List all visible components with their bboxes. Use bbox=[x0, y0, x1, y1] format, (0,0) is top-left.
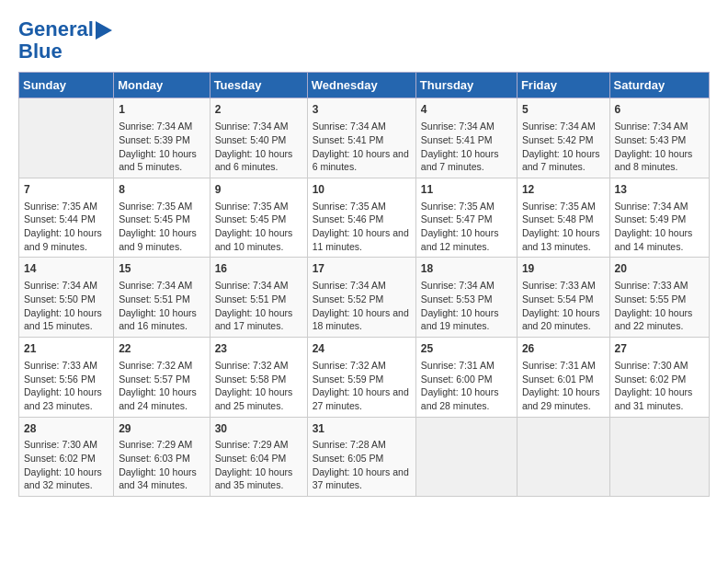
day-info: Sunrise: 7:32 AM Sunset: 5:58 PM Dayligh… bbox=[215, 359, 302, 413]
day-info: Sunrise: 7:35 AM Sunset: 5:44 PM Dayligh… bbox=[24, 200, 108, 254]
daylight-text: Daylight: 10 hours and 9 minutes. bbox=[119, 226, 204, 253]
calendar-cell: 22 Sunrise: 7:32 AM Sunset: 5:57 PM Dayl… bbox=[114, 338, 210, 418]
sunrise-text: Sunrise: 7:35 AM bbox=[522, 200, 605, 213]
calendar-cell bbox=[609, 417, 709, 497]
sunrise-text: Sunrise: 7:34 AM bbox=[24, 279, 108, 293]
calendar-cell: 3 Sunrise: 7:34 AM Sunset: 5:41 PM Dayli… bbox=[307, 98, 415, 178]
day-info: Sunrise: 7:35 AM Sunset: 5:45 PM Dayligh… bbox=[215, 200, 302, 254]
sunrise-text: Sunrise: 7:34 AM bbox=[421, 120, 512, 133]
daylight-text: Daylight: 10 hours and 11 minutes. bbox=[313, 226, 411, 253]
day-number: 22 bbox=[119, 341, 204, 357]
daylight-text: Daylight: 10 hours and 10 minutes. bbox=[215, 226, 302, 253]
sunrise-text: Sunrise: 7:33 AM bbox=[522, 279, 605, 293]
daylight-text: Daylight: 10 hours and 13 minutes. bbox=[522, 226, 605, 253]
day-info: Sunrise: 7:34 AM Sunset: 5:51 PM Dayligh… bbox=[215, 279, 302, 333]
sunset-text: Sunset: 6:00 PM bbox=[421, 373, 512, 386]
sunrise-text: Sunrise: 7:35 AM bbox=[215, 200, 302, 213]
day-number: 1 bbox=[119, 102, 204, 118]
sunset-text: Sunset: 5:46 PM bbox=[313, 213, 411, 226]
daylight-text: Daylight: 10 hours and 25 minutes. bbox=[215, 385, 302, 412]
daylight-text: Daylight: 10 hours and 31 minutes. bbox=[615, 385, 704, 412]
day-info: Sunrise: 7:34 AM Sunset: 5:50 PM Dayligh… bbox=[24, 279, 108, 333]
day-number: 5 bbox=[522, 102, 605, 118]
calendar-cell: 27 Sunrise: 7:30 AM Sunset: 6:02 PM Dayl… bbox=[609, 338, 709, 418]
day-info: Sunrise: 7:34 AM Sunset: 5:53 PM Dayligh… bbox=[421, 279, 512, 333]
sunset-text: Sunset: 6:01 PM bbox=[522, 373, 605, 386]
sunrise-text: Sunrise: 7:34 AM bbox=[615, 120, 704, 133]
day-info: Sunrise: 7:34 AM Sunset: 5:41 PM Dayligh… bbox=[421, 120, 512, 174]
day-info: Sunrise: 7:35 AM Sunset: 5:48 PM Dayligh… bbox=[522, 200, 605, 254]
sunrise-text: Sunrise: 7:33 AM bbox=[24, 359, 108, 373]
sunset-text: Sunset: 6:02 PM bbox=[615, 373, 704, 386]
daylight-text: Daylight: 10 hours and 6 minutes. bbox=[215, 147, 302, 174]
day-info: Sunrise: 7:34 AM Sunset: 5:40 PM Dayligh… bbox=[215, 120, 302, 174]
day-info: Sunrise: 7:34 AM Sunset: 5:49 PM Dayligh… bbox=[615, 200, 704, 254]
page-header: General Blue bbox=[18, 18, 710, 63]
calendar-cell: 29 Sunrise: 7:29 AM Sunset: 6:03 PM Dayl… bbox=[114, 417, 210, 497]
daylight-text: Daylight: 10 hours and 6 minutes. bbox=[313, 147, 411, 174]
calendar-cell: 23 Sunrise: 7:32 AM Sunset: 5:58 PM Dayl… bbox=[210, 338, 307, 418]
header-tuesday: Tuesday bbox=[210, 73, 307, 98]
day-number: 28 bbox=[24, 421, 108, 437]
sunset-text: Sunset: 6:02 PM bbox=[24, 452, 108, 465]
header-friday: Friday bbox=[517, 73, 609, 98]
sunrise-text: Sunrise: 7:31 AM bbox=[421, 359, 512, 373]
day-info: Sunrise: 7:34 AM Sunset: 5:43 PM Dayligh… bbox=[615, 120, 704, 174]
sunrise-text: Sunrise: 7:34 AM bbox=[615, 200, 704, 213]
header-monday: Monday bbox=[114, 73, 210, 98]
daylight-text: Daylight: 10 hours and 15 minutes. bbox=[24, 306, 108, 333]
calendar-cell bbox=[415, 417, 517, 497]
daylight-text: Daylight: 10 hours and 7 minutes. bbox=[522, 147, 605, 174]
sunrise-text: Sunrise: 7:32 AM bbox=[215, 359, 302, 373]
sunrise-text: Sunrise: 7:34 AM bbox=[522, 120, 605, 133]
day-number: 20 bbox=[615, 261, 704, 277]
day-number: 29 bbox=[119, 421, 204, 437]
calendar-cell: 8 Sunrise: 7:35 AM Sunset: 5:45 PM Dayli… bbox=[114, 178, 210, 258]
week-row-1: 1 Sunrise: 7:34 AM Sunset: 5:39 PM Dayli… bbox=[19, 98, 710, 178]
calendar-cell: 16 Sunrise: 7:34 AM Sunset: 5:51 PM Dayl… bbox=[210, 258, 307, 338]
sunrise-text: Sunrise: 7:34 AM bbox=[313, 279, 411, 293]
day-number: 27 bbox=[615, 341, 704, 357]
day-number: 6 bbox=[615, 102, 704, 118]
day-info: Sunrise: 7:34 AM Sunset: 5:39 PM Dayligh… bbox=[119, 120, 204, 174]
daylight-text: Daylight: 10 hours and 5 minutes. bbox=[119, 147, 204, 174]
sunset-text: Sunset: 5:51 PM bbox=[119, 293, 204, 306]
day-number: 7 bbox=[24, 182, 108, 198]
daylight-text: Daylight: 10 hours and 22 minutes. bbox=[615, 306, 704, 333]
week-row-5: 28 Sunrise: 7:30 AM Sunset: 6:02 PM Dayl… bbox=[19, 417, 710, 497]
sunset-text: Sunset: 5:50 PM bbox=[24, 293, 108, 306]
sunset-text: Sunset: 6:05 PM bbox=[313, 452, 411, 465]
sunset-text: Sunset: 5:52 PM bbox=[313, 293, 411, 306]
calendar-cell: 30 Sunrise: 7:29 AM Sunset: 6:04 PM Dayl… bbox=[210, 417, 307, 497]
header-row: SundayMondayTuesdayWednesdayThursdayFrid… bbox=[19, 73, 710, 98]
calendar-cell: 14 Sunrise: 7:34 AM Sunset: 5:50 PM Dayl… bbox=[19, 258, 114, 338]
day-info: Sunrise: 7:29 AM Sunset: 6:04 PM Dayligh… bbox=[215, 438, 302, 492]
calendar-cell: 15 Sunrise: 7:34 AM Sunset: 5:51 PM Dayl… bbox=[114, 258, 210, 338]
sunset-text: Sunset: 5:47 PM bbox=[421, 213, 512, 226]
sunrise-text: Sunrise: 7:32 AM bbox=[119, 359, 204, 373]
day-number: 9 bbox=[215, 182, 302, 198]
daylight-text: Daylight: 10 hours and 27 minutes. bbox=[313, 385, 411, 412]
calendar-cell: 21 Sunrise: 7:33 AM Sunset: 5:56 PM Dayl… bbox=[19, 338, 114, 418]
day-number: 21 bbox=[24, 341, 108, 357]
sunrise-text: Sunrise: 7:31 AM bbox=[522, 359, 605, 373]
daylight-text: Daylight: 10 hours and 35 minutes. bbox=[215, 465, 302, 492]
sunset-text: Sunset: 5:59 PM bbox=[313, 373, 411, 386]
sunrise-text: Sunrise: 7:34 AM bbox=[119, 279, 204, 293]
sunrise-text: Sunrise: 7:35 AM bbox=[24, 200, 108, 213]
sunset-text: Sunset: 5:58 PM bbox=[215, 373, 302, 386]
day-info: Sunrise: 7:35 AM Sunset: 5:46 PM Dayligh… bbox=[313, 200, 411, 254]
calendar-cell: 7 Sunrise: 7:35 AM Sunset: 5:44 PM Dayli… bbox=[19, 178, 114, 258]
sunset-text: Sunset: 5:44 PM bbox=[24, 213, 108, 226]
sunset-text: Sunset: 5:40 PM bbox=[215, 133, 302, 147]
sunrise-text: Sunrise: 7:32 AM bbox=[313, 359, 411, 373]
daylight-text: Daylight: 10 hours and 14 minutes. bbox=[615, 226, 704, 253]
sunset-text: Sunset: 6:03 PM bbox=[119, 452, 204, 465]
calendar-cell: 10 Sunrise: 7:35 AM Sunset: 5:46 PM Dayl… bbox=[307, 178, 415, 258]
calendar-cell: 11 Sunrise: 7:35 AM Sunset: 5:47 PM Dayl… bbox=[415, 178, 517, 258]
sunset-text: Sunset: 6:04 PM bbox=[215, 452, 302, 465]
sunset-text: Sunset: 5:41 PM bbox=[421, 133, 512, 147]
calendar-cell: 2 Sunrise: 7:34 AM Sunset: 5:40 PM Dayli… bbox=[210, 98, 307, 178]
week-row-2: 7 Sunrise: 7:35 AM Sunset: 5:44 PM Dayli… bbox=[19, 178, 710, 258]
day-number: 30 bbox=[215, 421, 302, 437]
